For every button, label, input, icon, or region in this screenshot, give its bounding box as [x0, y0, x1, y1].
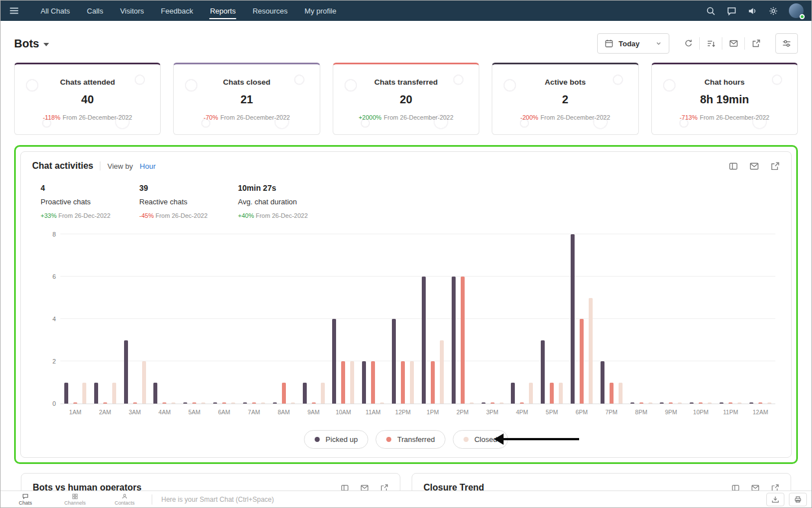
- footer-tab-chats[interactable]: Chats: [1, 491, 50, 507]
- bar-transferred-11am[interactable]: [371, 361, 375, 404]
- bar-closed-5am[interactable]: [201, 402, 205, 404]
- nav-item-all-chats[interactable]: All Chats: [32, 1, 78, 21]
- bar-transferred-8pm[interactable]: [639, 402, 643, 404]
- bar-transferred-6am[interactable]: [222, 402, 226, 404]
- nav-item-resources[interactable]: Resources: [244, 1, 296, 21]
- bar-picked-up-9pm[interactable]: [660, 402, 664, 404]
- bar-transferred-3pm[interactable]: [491, 402, 495, 404]
- bar-picked-up-12pm[interactable]: [392, 319, 396, 404]
- bar-picked-up-3pm[interactable]: [482, 402, 486, 404]
- refresh-button[interactable]: [677, 37, 700, 50]
- bar-closed-7am[interactable]: [261, 402, 265, 404]
- nav-item-reports[interactable]: Reports: [201, 1, 244, 21]
- bar-transferred-10am[interactable]: [341, 361, 345, 404]
- bar-closed-3pm[interactable]: [500, 402, 504, 404]
- bar-transferred-5pm[interactable]: [550, 383, 554, 404]
- bar-picked-up-1pm[interactable]: [422, 277, 426, 404]
- user-avatar[interactable]: [789, 3, 804, 18]
- legend-transferred[interactable]: Transferred: [376, 430, 445, 449]
- bar-closed-12pm[interactable]: [410, 361, 414, 404]
- view-by-hour-link[interactable]: Hour: [140, 162, 156, 170]
- bar-closed-10pm[interactable]: [708, 402, 712, 404]
- bar-picked-up-3am[interactable]: [124, 340, 128, 404]
- bar-picked-up-6am[interactable]: [213, 402, 217, 404]
- customize-sliders-button[interactable]: [775, 33, 798, 54]
- bar-picked-up-10am[interactable]: [332, 319, 336, 404]
- bar-transferred-9pm[interactable]: [669, 402, 673, 404]
- bar-picked-up-9am[interactable]: [303, 383, 307, 404]
- menu-icon[interactable]: [8, 5, 20, 16]
- bar-picked-up-4pm[interactable]: [511, 383, 515, 404]
- bar-closed-12am[interactable]: [767, 402, 771, 404]
- bar-closed-1pm[interactable]: [440, 340, 444, 404]
- bar-transferred-4pm[interactable]: [520, 402, 524, 404]
- bar-closed-8am[interactable]: [291, 402, 295, 404]
- footer-tab-channels[interactable]: Channels: [50, 491, 100, 507]
- bar-closed-6am[interactable]: [231, 402, 235, 404]
- bar-closed-4am[interactable]: [171, 402, 175, 404]
- email-report-button[interactable]: [722, 37, 745, 50]
- bar-transferred-12pm[interactable]: [401, 361, 405, 404]
- stat-card-active-bots[interactable]: Active bots 2 -200%From 26-December-2022: [492, 63, 638, 135]
- bar-transferred-1pm[interactable]: [431, 361, 435, 404]
- stat-card-chats-attended[interactable]: Chats attended 40 -118%From 26-December-…: [14, 63, 161, 135]
- bar-transferred-1am[interactable]: [73, 402, 77, 404]
- card-view-icon[interactable]: [729, 161, 738, 171]
- date-filter-button[interactable]: Today: [597, 33, 669, 54]
- settings-gear-icon[interactable]: [768, 6, 778, 16]
- bar-closed-7pm[interactable]: [619, 383, 623, 404]
- bar-picked-up-7am[interactable]: [243, 402, 247, 404]
- open-in-new-icon[interactable]: [770, 161, 780, 171]
- bar-closed-1am[interactable]: [82, 383, 86, 404]
- bar-transferred-11pm[interactable]: [729, 402, 732, 404]
- bar-closed-9pm[interactable]: [678, 402, 682, 404]
- feedback-comment-icon[interactable]: [726, 6, 736, 16]
- bar-closed-3am[interactable]: [142, 361, 146, 404]
- bar-transferred-12am[interactable]: [758, 402, 762, 404]
- bar-closed-9am[interactable]: [321, 383, 325, 404]
- bar-transferred-2am[interactable]: [103, 402, 107, 404]
- bar-transferred-6pm[interactable]: [580, 319, 584, 404]
- nav-item-calls[interactable]: Calls: [78, 1, 112, 21]
- bar-picked-up-2pm[interactable]: [452, 277, 456, 404]
- bar-picked-up-6pm[interactable]: [571, 234, 575, 404]
- bar-picked-up-11pm[interactable]: [720, 402, 723, 404]
- print-button[interactable]: [789, 493, 807, 506]
- smart-chat-input[interactable]: [155, 496, 766, 503]
- bar-picked-up-8am[interactable]: [273, 402, 277, 404]
- nav-item-my-profile[interactable]: My profile: [296, 1, 345, 21]
- bar-closed-2pm[interactable]: [470, 402, 474, 404]
- bar-closed-8pm[interactable]: [648, 402, 652, 404]
- bar-transferred-3am[interactable]: [133, 402, 137, 404]
- bar-closed-11am[interactable]: [380, 402, 384, 404]
- bar-closed-11pm[interactable]: [738, 402, 742, 404]
- stat-card-chats-transferred[interactable]: Chats transferred 20 +2000%From 26-Decem…: [333, 63, 479, 135]
- nav-item-feedback[interactable]: Feedback: [152, 1, 201, 21]
- bar-picked-up-2am[interactable]: [94, 383, 98, 404]
- bar-closed-2am[interactable]: [112, 383, 116, 404]
- bar-transferred-9am[interactable]: [312, 402, 316, 404]
- search-icon[interactable]: [705, 6, 716, 16]
- bar-picked-up-4am[interactable]: [153, 383, 157, 404]
- bar-transferred-2pm[interactable]: [461, 277, 465, 404]
- bar-picked-up-7pm[interactable]: [601, 361, 604, 404]
- bar-transferred-4am[interactable]: [162, 402, 166, 404]
- filter-sort-button[interactable]: [700, 37, 722, 50]
- bar-closed-6pm[interactable]: [589, 298, 593, 404]
- bar-closed-4pm[interactable]: [529, 383, 533, 404]
- bar-picked-up-5pm[interactable]: [541, 340, 545, 404]
- report-switcher-caret-icon[interactable]: [43, 43, 49, 46]
- bar-transferred-8am[interactable]: [282, 383, 286, 404]
- bar-picked-up-12am[interactable]: [749, 402, 753, 404]
- stat-card-chats-closed[interactable]: Chats closed 21 -70%From 26-December-202…: [173, 63, 320, 135]
- bar-transferred-5am[interactable]: [192, 402, 196, 404]
- bar-picked-up-11am[interactable]: [362, 361, 366, 404]
- import-tray-button[interactable]: [766, 493, 784, 506]
- volume-icon[interactable]: [747, 6, 757, 16]
- bar-closed-5pm[interactable]: [559, 383, 563, 404]
- footer-tab-contacts[interactable]: Contacts: [100, 491, 149, 507]
- bar-picked-up-10pm[interactable]: [690, 402, 694, 404]
- bar-transferred-7am[interactable]: [252, 402, 256, 404]
- bar-transferred-10pm[interactable]: [699, 402, 703, 404]
- bar-transferred-7pm[interactable]: [610, 383, 614, 404]
